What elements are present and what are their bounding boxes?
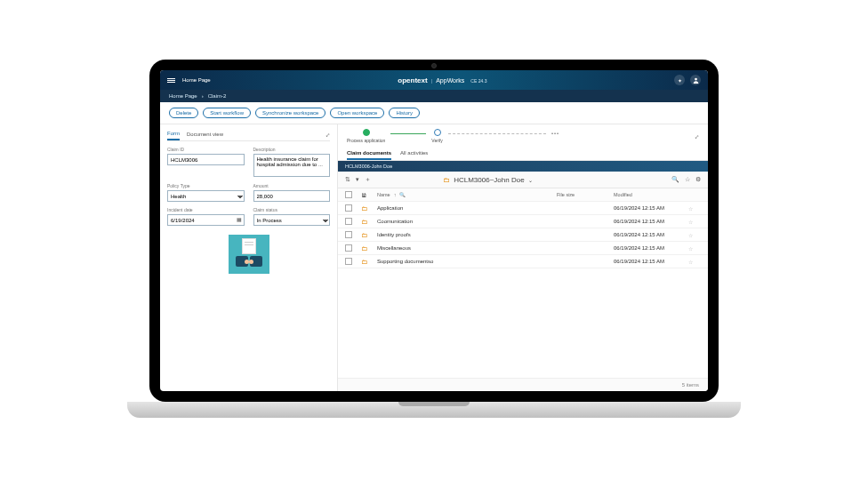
workflow-step-1[interactable]: Process application bbox=[347, 129, 385, 143]
settings-icon[interactable]: ✦ bbox=[674, 75, 685, 85]
table-row[interactable]: 🗀Application06/19/2024 12:15 AM☆ bbox=[338, 202, 708, 215]
folder-icon: 🗀 bbox=[443, 176, 450, 184]
breadcrumb-root[interactable]: Home Page bbox=[169, 93, 197, 99]
row-name[interactable]: Application bbox=[377, 205, 553, 211]
brand-separator: | bbox=[431, 78, 433, 84]
row-name[interactable]: Identity proofs bbox=[377, 232, 553, 237]
app-screen: Home Page opentext | AppWorks CE 24.3 ✦ … bbox=[160, 70, 708, 391]
column-search-icon[interactable]: 🔍 bbox=[399, 192, 406, 197]
description-input[interactable]: Health insurance claim for hospital admi… bbox=[253, 154, 331, 177]
amount-input[interactable] bbox=[253, 190, 331, 202]
app-header: Home Page opentext | AppWorks CE 24.3 ✦ bbox=[160, 70, 708, 90]
subtab-claim-documents[interactable]: Claim documents bbox=[347, 148, 391, 160]
folder-icon: 🗀 bbox=[361, 259, 374, 265]
menu-icon[interactable] bbox=[167, 78, 175, 83]
expand-form-icon[interactable]: ⤢ bbox=[326, 132, 330, 138]
favorite-icon[interactable]: ☆ bbox=[685, 176, 690, 183]
table-row[interactable]: 🗀Miscellaneous06/19/2024 12:15 AM☆ bbox=[338, 242, 708, 255]
subtab-all-activities[interactable]: All activities bbox=[400, 148, 428, 160]
gear-icon[interactable]: ⚙ bbox=[695, 176, 701, 183]
breadcrumb-current: Claim-2 bbox=[208, 93, 227, 99]
folder-title[interactable]: 🗀 HCLM3006~John Doe ⌄ bbox=[443, 176, 532, 184]
policy-type-label: Policy Type bbox=[167, 183, 245, 188]
row-checkbox[interactable] bbox=[345, 204, 352, 212]
folder-icon: 🗀 bbox=[361, 245, 374, 252]
tab-document-view[interactable]: Document view bbox=[187, 129, 223, 140]
item-count-footer: 5 items bbox=[338, 378, 708, 391]
svg-point-0 bbox=[695, 77, 697, 80]
actions-row: Delete Start workflow Synchronize worksp… bbox=[160, 102, 708, 124]
add-icon[interactable]: ＋ bbox=[365, 175, 371, 184]
row-checkbox[interactable] bbox=[345, 218, 352, 225]
folder-icon: 🗀 bbox=[361, 232, 374, 238]
description-label: Description bbox=[253, 147, 331, 152]
brand-appname: AppWorks bbox=[436, 77, 464, 84]
history-button[interactable]: History bbox=[389, 108, 420, 118]
expand-workflow-icon[interactable]: ⤢ bbox=[695, 133, 699, 140]
workflow-step1-label: Process application bbox=[347, 138, 385, 143]
start-workflow-button[interactable]: Start workflow bbox=[203, 108, 251, 118]
calendar-icon[interactable]: ▦ bbox=[237, 216, 242, 222]
sync-workspace-button[interactable]: Synchronize workspace bbox=[255, 108, 326, 118]
filter-icon[interactable]: ▾ bbox=[356, 176, 359, 183]
user-icon[interactable] bbox=[690, 75, 701, 85]
row-modified: 06/19/2024 12:15 AM bbox=[614, 259, 685, 264]
open-workspace-button[interactable]: Open workspace bbox=[330, 108, 384, 118]
claim-id-input[interactable] bbox=[167, 154, 245, 165]
row-favorite-icon[interactable]: ☆ bbox=[688, 232, 701, 238]
breadcrumb-sep: › bbox=[202, 93, 204, 99]
search-icon[interactable]: 🔍 bbox=[671, 176, 679, 183]
tab-form[interactable]: Form bbox=[167, 128, 180, 140]
form-tabs: Form Document view ⤢ bbox=[167, 128, 330, 141]
folder-context-bar: HCLM3006-John Doe bbox=[338, 161, 708, 172]
column-filesize[interactable]: File size bbox=[557, 192, 610, 197]
breadcrumb: Home Page › Claim-2 bbox=[160, 90, 708, 102]
column-modified[interactable]: Modified bbox=[614, 192, 685, 197]
sort-asc-icon[interactable]: ↑ bbox=[394, 192, 397, 197]
documents-subtabs: Claim documents All activities bbox=[338, 148, 708, 161]
laptop-bezel: Home Page opentext | AppWorks CE 24.3 ✦ … bbox=[149, 60, 719, 402]
row-name[interactable]: Coomunication bbox=[377, 219, 553, 224]
sort-icon[interactable]: ⇅ bbox=[345, 176, 350, 183]
incident-date-input[interactable] bbox=[167, 214, 245, 226]
table-row[interactable]: 🗀Identity proofs06/19/2024 12:15 AM☆ bbox=[338, 228, 708, 242]
delete-button[interactable]: Delete bbox=[169, 108, 198, 118]
form-grid: Claim ID Description Health insurance cl… bbox=[167, 141, 330, 226]
chevron-down-icon: ⌄ bbox=[528, 177, 533, 183]
field-policy-type: Policy Type Health bbox=[167, 183, 245, 202]
laptop-mockup: Home Page opentext | AppWorks CE 24.3 ✦ … bbox=[149, 60, 719, 428]
workflow-step-2[interactable]: Verify bbox=[431, 129, 443, 143]
documents-toolbar: ⇅ ▾ ＋ 🗀 HCLM3006~John Doe ⌄ 🔍 ☆ ⚙ bbox=[338, 172, 708, 188]
row-favorite-icon[interactable]: ☆ bbox=[688, 219, 701, 225]
row-name[interactable]: Miscellaneous bbox=[377, 245, 553, 251]
row-modified: 06/19/2024 12:15 AM bbox=[614, 245, 685, 251]
main-row: Form Document view ⤢ Claim ID Descriptio… bbox=[160, 124, 708, 391]
column-name[interactable]: Name bbox=[377, 192, 390, 197]
header-title: Home Page bbox=[182, 77, 211, 83]
field-description: Description Health insurance claim for h… bbox=[253, 147, 331, 178]
laptop-base bbox=[127, 402, 741, 418]
claim-illustration bbox=[229, 235, 269, 274]
workflow-dot-done-icon bbox=[363, 129, 370, 136]
table-row[interactable]: 🗀Coomunication06/19/2024 12:15 AM☆ bbox=[338, 215, 708, 228]
table-row[interactable]: 🗀Supporting documentso06/19/2024 12:15 A… bbox=[338, 255, 708, 268]
select-all-checkbox[interactable] bbox=[345, 191, 352, 198]
row-checkbox[interactable] bbox=[345, 231, 352, 238]
row-modified: 06/19/2024 12:15 AM bbox=[614, 232, 685, 237]
claim-id-label: Claim ID bbox=[167, 147, 245, 152]
row-name[interactable]: Supporting documentso bbox=[377, 259, 553, 264]
policy-type-select[interactable]: Health bbox=[167, 190, 245, 202]
row-checkbox[interactable] bbox=[345, 244, 352, 252]
claim-status-select[interactable]: In Process bbox=[253, 214, 331, 226]
row-checkbox[interactable] bbox=[345, 258, 352, 265]
camera-dot bbox=[431, 63, 437, 68]
brand-block: opentext | AppWorks CE 24.3 bbox=[398, 76, 486, 84]
field-incident-date: Incident date ▦ bbox=[167, 207, 245, 226]
row-favorite-icon[interactable]: ☆ bbox=[688, 245, 701, 252]
row-favorite-icon[interactable]: ☆ bbox=[688, 259, 701, 265]
workflow-connector bbox=[390, 133, 426, 134]
row-favorite-icon[interactable]: ☆ bbox=[688, 205, 701, 212]
type-column-icon[interactable]: 🗎 bbox=[361, 192, 374, 198]
workflow-more-icon[interactable]: ••• bbox=[551, 131, 559, 136]
row-modified: 06/19/2024 12:15 AM bbox=[614, 219, 685, 224]
